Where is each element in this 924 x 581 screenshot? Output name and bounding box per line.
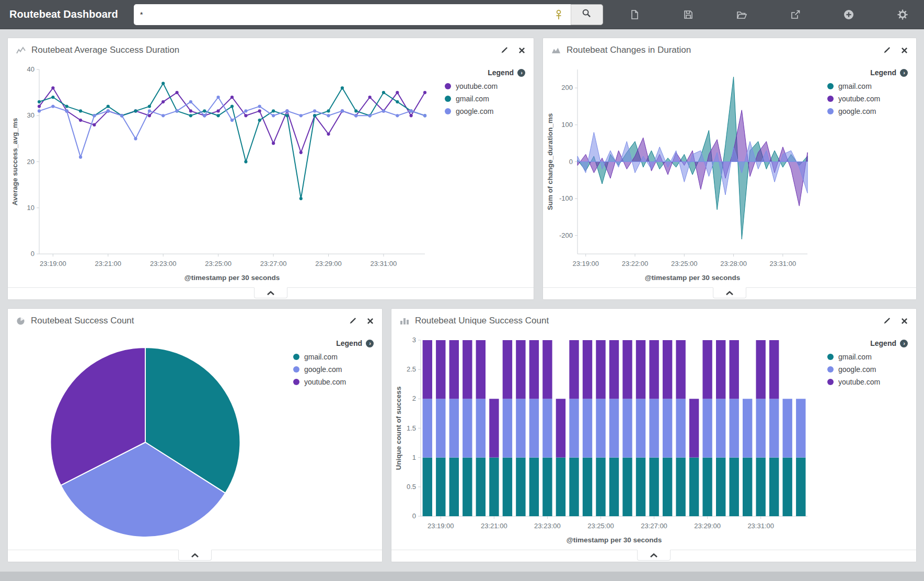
legend-item-gmail.com[interactable]: gmail.com — [293, 353, 374, 361]
collapse-panel-button[interactable] — [178, 550, 212, 561]
svg-text:@timestamp per 30 seconds: @timestamp per 30 seconds — [567, 536, 662, 544]
legend-item-label: gmail.com — [456, 95, 489, 103]
close-panel-button[interactable] — [901, 318, 908, 324]
panel-changes-in-duration: Routebeat Changes in Duration -200-10001… — [542, 38, 917, 300]
legend-header[interactable]: Legend› — [816, 68, 908, 77]
svg-text:23:29:00: 23:29:00 — [694, 522, 721, 530]
legend-item-google.com[interactable]: google.com — [827, 107, 908, 115]
legend-item-label: google.com — [838, 107, 876, 115]
svg-text:0: 0 — [412, 512, 416, 520]
legend-item-gmail.com[interactable]: gmail.com — [827, 82, 908, 90]
legend-dot — [827, 366, 834, 373]
legend-toggle-icon[interactable]: › — [900, 69, 908, 77]
legend-dot — [445, 96, 451, 102]
edit-panel-button[interactable] — [883, 47, 891, 54]
panel-title: Routebeat Unique Success Count — [415, 316, 549, 326]
legend-toggle-icon[interactable]: › — [900, 340, 908, 347]
add-circle-icon[interactable] — [842, 8, 856, 21]
legend-item-gmail.com[interactable]: gmail.com — [827, 353, 908, 361]
legend-item-youtube.com[interactable]: youtube.com — [827, 95, 908, 103]
svg-text:23:27:00: 23:27:00 — [641, 522, 667, 530]
panel-header: Routebeat Unique Success Count — [391, 309, 916, 333]
area-chart[interactable]: -200-100010020023:19:0023:22:0023:25:002… — [544, 62, 816, 287]
panel-avg-success-duration: Routebeat Average Success Duration 01020… — [7, 38, 534, 300]
panel-title: Routebeat Changes in Duration — [567, 45, 691, 55]
panel-header: Routebeat Changes in Duration — [543, 38, 916, 62]
panel-unique-success-count: Routebeat Unique Success Count 00.511.52… — [391, 308, 917, 562]
svg-text:23:19:00: 23:19:00 — [428, 522, 454, 530]
search-icon — [582, 8, 592, 20]
edit-panel-button[interactable] — [349, 317, 356, 325]
panel-success-count: Routebeat Success Count Legend›gmail.com… — [7, 308, 383, 562]
search-input[interactable] — [134, 4, 571, 25]
legend-toggle-icon[interactable]: › — [366, 340, 374, 347]
legend: Legend›gmail.comgoogle.comyoutube.com — [816, 333, 914, 550]
legend-dot — [827, 108, 834, 114]
share-icon[interactable] — [789, 8, 802, 21]
svg-text:Average success_avg_ms: Average success_avg_ms — [11, 118, 19, 206]
legend-header[interactable]: Legend› — [816, 339, 908, 347]
collapse-panel-button[interactable] — [637, 550, 671, 561]
legend-item-label: google.com — [838, 365, 876, 374]
legend: Legend›gmail.comyoutube.comgoogle.com — [816, 62, 914, 287]
svg-text:23:31:00: 23:31:00 — [747, 522, 774, 530]
panel-footer — [543, 287, 916, 299]
close-panel-button[interactable] — [901, 47, 908, 54]
panel-header: Routebeat Success Count — [8, 309, 382, 333]
svg-text:23:31:00: 23:31:00 — [371, 260, 397, 268]
legend-item-label: youtube.com — [838, 95, 880, 103]
legend-item-google.com[interactable]: google.com — [293, 365, 374, 374]
collapse-panel-button[interactable] — [713, 287, 746, 298]
collapse-panel-button[interactable] — [254, 287, 287, 298]
legend-label: Legend — [488, 68, 514, 77]
legend-item-google.com[interactable]: google.com — [827, 365, 908, 374]
legend-item-label: youtube.com — [304, 378, 346, 386]
svg-text:3: 3 — [412, 336, 416, 344]
close-panel-button[interactable] — [367, 318, 374, 324]
svg-text:@timestamp per 30 seconds: @timestamp per 30 seconds — [645, 274, 741, 282]
navbar: Routebeat Dashboard — [0, 0, 924, 29]
legend-header[interactable]: Legend› — [282, 339, 374, 347]
svg-text:23:31:00: 23:31:00 — [770, 260, 796, 268]
legend-item-youtube.com[interactable]: youtube.com — [445, 82, 525, 90]
legend-label: Legend — [336, 339, 362, 347]
legend-label: Legend — [870, 339, 896, 347]
legend: Legend›gmail.comgoogle.comyoutube.com — [282, 333, 380, 550]
svg-text:40: 40 — [27, 65, 34, 73]
app-title: Routebeat Dashboard — [9, 8, 118, 20]
search-button[interactable] — [571, 4, 603, 25]
legend-item-label: google.com — [304, 365, 342, 374]
stacked-bar-chart[interactable]: 00.511.522.5323:19:0023:21:0023:23:0023:… — [392, 333, 816, 550]
legend-item-label: gmail.com — [304, 353, 338, 361]
svg-text:23:19:00: 23:19:00 — [572, 260, 599, 268]
legend-item-youtube.com[interactable]: youtube.com — [827, 378, 908, 386]
open-folder-icon[interactable] — [735, 8, 748, 21]
legend-item-youtube.com[interactable]: youtube.com — [293, 378, 374, 386]
svg-text:10: 10 — [27, 204, 34, 212]
edit-panel-button[interactable] — [500, 47, 508, 54]
svg-text:20: 20 — [27, 158, 34, 166]
svg-text:30: 30 — [27, 111, 34, 119]
search-group — [134, 4, 603, 25]
svg-text:23:23:00: 23:23:00 — [534, 522, 561, 530]
new-dashboard-icon[interactable] — [628, 8, 641, 21]
pie-chart[interactable] — [9, 333, 282, 550]
svg-text:Sum of change_duration_ms: Sum of change_duration_ms — [546, 113, 554, 210]
legend-dot — [445, 108, 451, 114]
panel-title: Routebeat Success Count — [31, 316, 134, 326]
legend-item-google.com[interactable]: google.com — [445, 107, 525, 115]
line-chart[interactable]: 01020304023:19:0023:21:0023:23:0023:25:0… — [9, 62, 433, 287]
gear-icon[interactable] — [896, 8, 909, 21]
svg-text:23:29:00: 23:29:00 — [315, 260, 342, 268]
svg-text:100: 100 — [561, 121, 573, 129]
close-panel-button[interactable] — [518, 47, 525, 54]
legend-toggle-icon[interactable]: › — [517, 69, 525, 77]
panel-title: Routebeat Average Success Duration — [31, 45, 179, 55]
svg-text:23:22:00: 23:22:00 — [622, 260, 649, 268]
save-icon[interactable] — [682, 8, 695, 21]
edit-panel-button[interactable] — [883, 317, 891, 325]
panel-footer — [8, 287, 534, 299]
svg-text:23:23:00: 23:23:00 — [150, 260, 177, 268]
legend-item-gmail.com[interactable]: gmail.com — [445, 95, 525, 103]
legend-header[interactable]: Legend› — [433, 68, 525, 77]
